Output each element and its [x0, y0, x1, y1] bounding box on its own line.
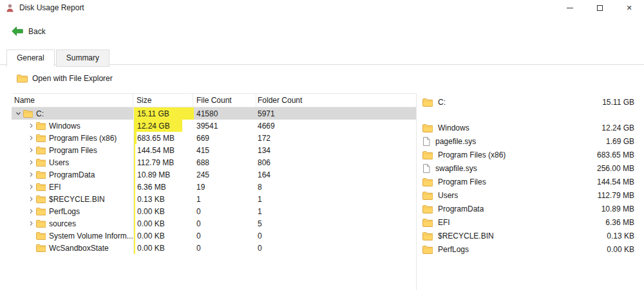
back-arrow-icon [12, 26, 23, 36]
chevron-right-icon[interactable] [26, 208, 36, 214]
summary-item-size: 10.89 MB [601, 204, 634, 213]
name-cell: System Volume Inform... [12, 230, 133, 242]
table-row[interactable]: Program Files144.54 MB415134 [12, 144, 416, 156]
name-cell: Program Files (x86) [12, 132, 133, 144]
titlebar: Disk Usage Report ✕ [0, 0, 644, 15]
table-row[interactable]: C:15.11 GB415805971 [12, 107, 416, 120]
name-cell: sources [12, 217, 133, 230]
chevron-right-icon[interactable] [26, 147, 36, 153]
file-icon [422, 137, 430, 146]
folder-icon [36, 244, 46, 252]
column-header-size[interactable]: Size [133, 94, 193, 107]
item-size: 0.13 KB [134, 195, 165, 204]
size-cell: 0.00 KB [133, 217, 193, 230]
summary-item-size: 683.65 MB [597, 150, 634, 159]
item-size: 144.54 MB [134, 146, 175, 155]
chevron-right-icon[interactable] [26, 159, 36, 165]
name-cell: EFI [12, 181, 133, 193]
close-button[interactable]: ✕ [614, 0, 644, 15]
list-item[interactable]: swapfile.sys256.00 MB [422, 161, 634, 175]
item-name: PerfLogs [49, 207, 80, 216]
size-cell: 144.54 MB [133, 144, 193, 156]
list-item[interactable]: C:15.11 GB [422, 95, 634, 109]
list-item[interactable]: Windows12.24 GB [422, 121, 634, 134]
chevron-right-icon[interactable] [26, 123, 36, 129]
item-size: 6.36 MB [134, 183, 166, 192]
folder-icon [422, 123, 433, 132]
tab-summary-label: Summary [66, 53, 99, 62]
item-name: sources [49, 219, 76, 228]
table-row[interactable]: Program Files (x86)683.65 MB669172 [12, 132, 416, 144]
list-item[interactable]: Program Files144.54 MB [422, 175, 634, 188]
list-item[interactable]: pagefile.sys1.69 GB [422, 134, 634, 148]
folder-icon [36, 134, 46, 142]
size-cell: 0.00 KB [133, 205, 193, 217]
table-row[interactable]: EFI6.36 MB198 [12, 181, 416, 193]
table-row[interactable]: Windows12.24 GB395414669 [12, 120, 416, 132]
folder-icon [36, 146, 46, 154]
back-button[interactable]: Back [12, 26, 46, 36]
tab-general[interactable]: General [6, 50, 55, 67]
folder-icon [36, 207, 46, 215]
maximize-button[interactable] [585, 0, 614, 15]
summary-gap [422, 109, 634, 121]
name-cell: C: [12, 107, 133, 120]
summary-item-name: EFI [438, 218, 450, 227]
folder-count-cell: 0 [256, 244, 416, 253]
table-row[interactable]: WcSandboxState0.00 KB00 [12, 242, 416, 254]
folder-icon [422, 150, 433, 159]
folder-count-cell: 0 [256, 231, 416, 240]
file-count-cell: 0 [193, 219, 256, 228]
name-cell: Users [12, 156, 133, 168]
column-header-folder-count[interactable]: Folder Count [256, 94, 416, 107]
chevron-right-icon[interactable] [26, 196, 36, 202]
file-count-cell: 1 [193, 195, 256, 204]
table-header: Name Size File Count Folder Count [12, 93, 416, 107]
item-name: C: [36, 109, 44, 118]
tab-strip: General Summary [6, 50, 111, 67]
column-header-file-count[interactable]: File Count [193, 94, 256, 107]
column-header-size-label: Size [137, 96, 151, 105]
list-item[interactable]: EFI6.36 MB [422, 215, 634, 229]
file-count-cell: 19 [193, 183, 256, 192]
summary-item-size: 112.79 MB [598, 191, 634, 200]
item-size: 0.00 KB [134, 207, 165, 216]
chevron-right-icon[interactable] [26, 184, 36, 190]
name-cell: ProgramData [12, 168, 133, 181]
folder-icon [422, 177, 433, 186]
item-size: 0.00 KB [134, 244, 165, 253]
name-cell: PerfLogs [12, 205, 133, 217]
summary-item-size: 0.13 KB [607, 231, 634, 240]
column-header-folder-count-label: Folder Count [258, 96, 302, 105]
name-cell: Program Files [12, 144, 133, 156]
tab-summary[interactable]: Summary [56, 50, 109, 67]
chevron-right-icon[interactable] [26, 172, 36, 177]
summary-item-name: swapfile.sys [435, 164, 477, 173]
file-count-cell: 0 [193, 207, 256, 216]
table-row[interactable]: PerfLogs0.00 KB01 [12, 205, 416, 217]
summary-item-size: 256.00 MB [597, 164, 634, 173]
size-cell: 0.00 KB [133, 242, 193, 254]
chevron-right-icon[interactable] [26, 221, 36, 226]
open-with-explorer-button[interactable]: Open with File Explorer [13, 72, 117, 85]
table-row[interactable]: sources0.00 KB05 [12, 217, 416, 230]
chevron-right-icon[interactable] [26, 135, 36, 141]
column-header-name[interactable]: Name [12, 94, 133, 107]
table-row[interactable]: ProgramData10.89 MB245164 [12, 168, 416, 181]
list-item[interactable]: Users112.79 MB [422, 188, 634, 202]
table-row[interactable]: $RECYCLE.BIN0.13 KB11 [12, 193, 416, 205]
table-row[interactable]: Users112.79 MB688806 [12, 156, 416, 168]
summary-item-size: 12.24 GB [601, 123, 634, 132]
item-name: Windows [49, 122, 80, 131]
chevron-down-icon[interactable] [13, 111, 23, 116]
summary-item-name: PerfLogs [438, 245, 469, 254]
table-row[interactable]: System Volume Inform...0.00 KB00 [12, 230, 416, 242]
list-item[interactable]: $RECYCLE.BIN0.13 KB [422, 229, 634, 242]
folder-count-cell: 5971 [256, 109, 416, 118]
size-cell: 6.36 MB [133, 181, 193, 193]
list-item[interactable]: PerfLogs0.00 KB [422, 242, 634, 256]
size-cell: 683.65 MB [133, 132, 193, 144]
list-item[interactable]: Program Files (x86)683.65 MB [422, 148, 634, 161]
list-item[interactable]: ProgramData10.89 MB [422, 202, 634, 215]
minimize-button[interactable] [555, 0, 585, 15]
